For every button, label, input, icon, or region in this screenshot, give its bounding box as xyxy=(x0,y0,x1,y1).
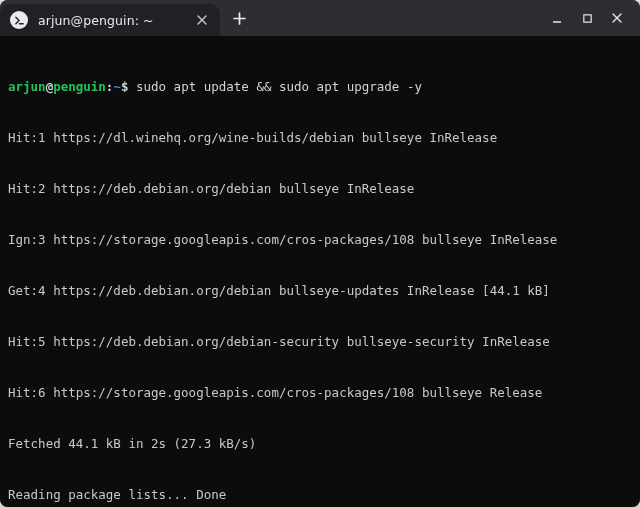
svg-rect-6 xyxy=(583,14,590,21)
command-text: sudo apt update && sudo apt upgrade -y xyxy=(136,79,422,94)
terminal-viewport[interactable]: arjun@penguin:~$ sudo apt update && sudo… xyxy=(0,36,640,507)
terminal-icon xyxy=(10,11,28,29)
prompt-host: penguin xyxy=(53,79,106,94)
prompt-user: arjun xyxy=(8,79,46,94)
terminal-window: arjun@penguin: ~ xyxy=(0,0,640,507)
minimize-button[interactable] xyxy=(542,3,572,33)
tab-active[interactable]: arjun@penguin: ~ xyxy=(0,4,220,36)
tab-close-button[interactable] xyxy=(194,12,210,28)
maximize-button[interactable] xyxy=(572,3,602,33)
output-line: Reading package lists... Done xyxy=(8,486,632,503)
output-line: Fetched 44.1 kB in 2s (27.3 kB/s) xyxy=(8,435,632,452)
close-window-button[interactable] xyxy=(602,3,632,33)
prompt-path: ~ xyxy=(113,79,121,94)
output-line: Get:4 https://deb.debian.org/debian bull… xyxy=(8,282,632,299)
new-tab-button[interactable] xyxy=(226,5,252,31)
prompt-line-1: arjun@penguin:~$ sudo apt update && sudo… xyxy=(8,78,632,95)
output-line: Ign:3 https://storage.googleapis.com/cro… xyxy=(8,231,632,248)
titlebar: arjun@penguin: ~ xyxy=(0,0,640,36)
output-line: Hit:1 https://dl.winehq.org/wine-builds/… xyxy=(8,129,632,146)
output-line: Hit:5 https://deb.debian.org/debian-secu… xyxy=(8,333,632,350)
tab-title: arjun@penguin: ~ xyxy=(38,13,154,28)
output-line: Hit:2 https://deb.debian.org/debian bull… xyxy=(8,180,632,197)
output-line: Hit:6 https://storage.googleapis.com/cro… xyxy=(8,384,632,401)
